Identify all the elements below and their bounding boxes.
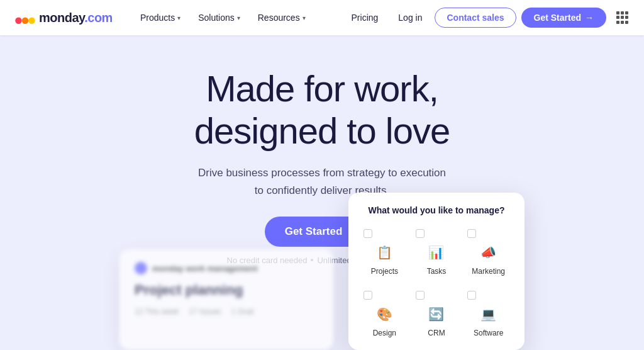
manage-option-crm[interactable]: 🔄 CRM [413, 286, 460, 342]
manage-card-title: What would you like to manage? [361, 205, 512, 215]
products-chevron-icon: ▾ [177, 14, 180, 21]
manage-option-software[interactable]: 💻 Software [465, 286, 512, 342]
nav-item-resources[interactable]: Resources ▾ [250, 9, 313, 26]
nav-item-products[interactable]: Products ▾ [133, 9, 188, 26]
nav-resources-label: Resources [258, 13, 300, 23]
crm-checkbox[interactable] [416, 291, 425, 300]
logo[interactable]: monday.com [15, 11, 113, 25]
hero-title-line2: designed to love [194, 110, 450, 151]
software-label: Software [474, 329, 503, 337]
svg-point-0 [15, 17, 22, 24]
nav-login[interactable]: Log in [391, 9, 430, 26]
card-brand-label: monday work management [152, 264, 258, 273]
hero-title-line1: Made for work, [206, 68, 438, 109]
project-planning-card: monday work management Project planning … [119, 249, 333, 350]
manage-card: What would you like to manage? 📋 Project… [348, 193, 525, 350]
tasks-label: Tasks [427, 267, 447, 276]
card-project-title: Project planning [135, 282, 318, 298]
nav-right: Pricing Log in Contact sales Get Started… [344, 8, 629, 28]
tasks-icon: 📊 [425, 241, 448, 264]
stat-issues: 17 Issues [189, 307, 221, 316]
card-left-header: monday work management [135, 262, 318, 274]
apps-grid-icon[interactable] [616, 11, 629, 24]
crm-icon: 🔄 [425, 303, 448, 325]
get-started-nav-label: Get Started [534, 13, 581, 23]
brand-avatar [135, 262, 147, 274]
software-checkbox[interactable] [467, 291, 476, 300]
marketing-label: Marketing [472, 267, 505, 276]
design-checkbox[interactable] [364, 291, 372, 300]
nav-links: Products ▾ Solutions ▾ Resources ▾ [133, 9, 344, 26]
manage-option-design[interactable]: 🎨 Design [361, 286, 408, 342]
design-label: Design [373, 329, 396, 337]
manage-option-marketing[interactable]: 📣 Marketing [465, 224, 512, 281]
resources-chevron-icon: ▾ [303, 14, 306, 21]
navbar: monday.com Products ▾ Solutions ▾ Resour… [0, 0, 644, 35]
projects-checkbox[interactable] [364, 229, 372, 238]
nav-solutions-label: Solutions [198, 13, 235, 23]
contact-sales-button[interactable]: Contact sales [435, 8, 516, 28]
card-stats: 12 This week 17 Issues 1 Goal [135, 307, 318, 316]
marketing-icon: 📣 [477, 241, 500, 264]
projects-icon: 📋 [373, 241, 396, 264]
tasks-checkbox[interactable] [416, 229, 425, 238]
get-started-nav-arrow-icon: → [585, 13, 594, 23]
logo-suffix: .com [84, 11, 113, 25]
get-started-nav-button[interactable]: Get Started → [521, 8, 606, 28]
projects-label: Projects [371, 267, 398, 276]
stat-thisweek: 12 This week [135, 307, 179, 316]
manage-option-projects[interactable]: 📋 Projects [361, 224, 408, 281]
manage-options-grid: 📋 Projects 📊 Tasks 📣 Marketing 🎨 Des [361, 224, 512, 342]
nav-item-solutions[interactable]: Solutions ▾ [191, 9, 248, 26]
hero-section: Made for work, designed to love Drive bu… [0, 35, 644, 350]
hero-bottom: monday work management Project planning … [0, 193, 644, 350]
software-icon: 💻 [477, 303, 500, 325]
stat-goal: 1 Goal [231, 307, 253, 316]
solutions-chevron-icon: ▾ [237, 14, 240, 21]
hero-title: Made for work, designed to love [194, 68, 450, 152]
nav-products-label: Products [140, 13, 175, 23]
svg-point-2 [28, 17, 35, 24]
svg-point-1 [22, 17, 29, 24]
design-icon: 🎨 [373, 303, 396, 325]
marketing-checkbox[interactable] [467, 229, 476, 238]
manage-option-tasks[interactable]: 📊 Tasks [413, 224, 460, 281]
logo-text: monday.com [39, 11, 113, 25]
crm-label: CRM [428, 329, 445, 337]
nav-pricing[interactable]: Pricing [344, 9, 386, 26]
hero-subtitle-line1: Drive business processes from strategy t… [198, 167, 446, 179]
